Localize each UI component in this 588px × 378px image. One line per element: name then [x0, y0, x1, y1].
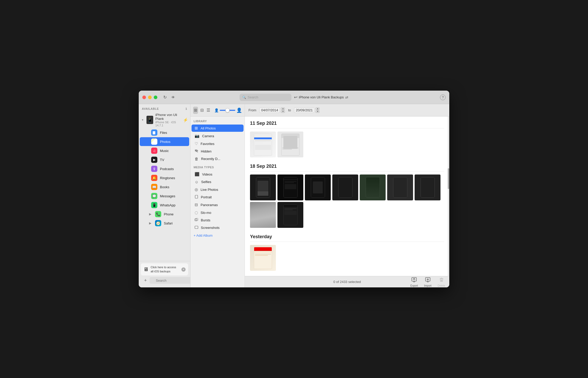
photo-content: 11 Sep 2021: [245, 117, 449, 276]
sidebar-item-music[interactable]: ♫ Music: [140, 146, 189, 155]
date-header-18sep: 18 Sep 2021: [250, 164, 444, 171]
photo-thumb[interactable]: [250, 175, 276, 200]
grid-view-button[interactable]: ⊞: [193, 107, 198, 114]
portrait-icon: [195, 195, 198, 199]
ios-backup-banner[interactable]: 🖥 Click here to access all iOS backups ✕: [141, 263, 188, 275]
minimize-button[interactable]: [148, 96, 152, 99]
arrows-icon: ⇄: [345, 95, 348, 99]
sidebar-item-books[interactable]: 📖 Books: [140, 183, 189, 191]
media-item-screenshots[interactable]: Screenshots: [192, 224, 244, 231]
search-bar[interactable]: 🔍 Search: [240, 94, 291, 101]
sidebar-label-tv: TV: [160, 158, 164, 162]
date-from-stepper[interactable]: ▲ ▼: [281, 107, 285, 113]
panoramas-icon: ⊟: [195, 202, 198, 207]
add-sidebar-button[interactable]: +: [143, 278, 148, 283]
photo-thumb[interactable]: [250, 132, 276, 157]
action-buttons: Export Import Delete: [410, 277, 445, 287]
media-item-portrait[interactable]: Portrait: [192, 194, 244, 201]
media-label-recently-deleted: Recently D...: [201, 157, 220, 161]
media-item-slo-mo[interactable]: ◌ Slo-mo: [192, 209, 244, 216]
media-item-camera[interactable]: 📷 Camera: [192, 132, 244, 140]
size-slider[interactable]: 👤 👤: [214, 107, 242, 113]
sidebar-item-safari[interactable]: ▶ 🧭 Safari: [140, 219, 189, 228]
scrollbar[interactable]: [448, 117, 449, 276]
media-item-bursts[interactable]: Bursts: [192, 217, 244, 224]
date-to-input[interactable]: 20/09/2021 ▲ ▼: [294, 107, 320, 113]
photo-thumb[interactable]: [332, 175, 358, 200]
export-label: Export: [410, 284, 418, 287]
media-item-hidden[interactable]: Hidden: [192, 148, 244, 155]
photo-thumb[interactable]: [277, 132, 303, 157]
phone-chevron: ▶: [149, 212, 151, 216]
date-to-up[interactable]: ▲: [315, 107, 320, 110]
main-content: AVAILABLE 1 ▾ 📱 iPhone von Uli Plank iPh…: [139, 104, 449, 287]
eye-icon[interactable]: 👁: [170, 94, 176, 100]
photo-thumb[interactable]: [277, 202, 303, 228]
photo-grid-11sep: [250, 132, 444, 157]
date-from-input[interactable]: 04/07/2014 ▲ ▼: [259, 107, 285, 113]
sidebar-bottom: 🖥 Click here to access all iOS backups ✕…: [139, 261, 190, 287]
photo-thumb[interactable]: [250, 202, 276, 228]
sidebar-item-phone[interactable]: ▶ 📞 Phone: [140, 210, 189, 219]
media-item-recently-deleted[interactable]: 🗑 Recently D...: [192, 155, 244, 162]
sidebar-item-photos[interactable]: ✿ Photos: [140, 137, 189, 146]
media-item-videos[interactable]: ⬛ Videos: [192, 171, 244, 178]
media-panel: ⊞ ⊟ ☰ 👤 👤 Library ⊞ All Photos 📷 Camera: [190, 104, 245, 287]
media-item-selfies[interactable]: ☺ Selfies: [192, 178, 244, 185]
media-item-panoramas[interactable]: ⊟ Panoramas: [192, 201, 244, 208]
screenshots-icon: [195, 226, 198, 230]
grid-view-alt-button[interactable]: ⊟: [200, 107, 204, 114]
device-row[interactable]: ▾ 📱 iPhone von Uli Plank iPhone SE · iOS…: [139, 112, 190, 128]
sidebar-item-ringtones[interactable]: 🔔 Ringtones: [140, 173, 189, 182]
date-header-11sep: 11 Sep 2021: [250, 121, 444, 128]
sidebar-search-input[interactable]: [150, 277, 190, 284]
date-to-stepper[interactable]: ▲ ▼: [315, 107, 320, 113]
slo-mo-icon: ◌: [195, 210, 198, 215]
device-chevron: ▾: [142, 118, 143, 122]
photo-thumb[interactable]: [387, 175, 413, 200]
sidebar-label-safari: Safari: [164, 221, 173, 225]
svg-rect-6: [195, 226, 198, 229]
slider-track[interactable]: [220, 110, 235, 111]
slider-thumb[interactable]: [225, 108, 230, 112]
date-from-up[interactable]: ▲: [281, 107, 285, 110]
scrollbar-thumb[interactable]: [448, 168, 449, 189]
add-album-button[interactable]: + Add Album: [194, 234, 241, 237]
from-label: From: [248, 108, 256, 112]
sidebar-item-whatsapp[interactable]: 📱 WhatsApp: [140, 201, 189, 209]
sidebar-item-podcasts[interactable]: 🎙 Podcasts: [140, 164, 189, 173]
main-window: ↻ 👁 🔍 Search ↩ iPhone von Uli Plank Back…: [139, 91, 449, 287]
device-sub: iPhone SE · iOS 14.7.1: [155, 121, 181, 127]
media-item-favorites[interactable]: ♡ Favorites: [192, 140, 244, 147]
files-icon: [151, 129, 157, 136]
sidebar-item-files[interactable]: Files: [140, 128, 189, 137]
photo-thumb[interactable]: [415, 175, 440, 200]
media-item-all-photos[interactable]: ⊞ All Photos: [192, 125, 244, 132]
photo-thumb[interactable]: [305, 175, 331, 200]
sidebar-item-messages[interactable]: 💬 Messages: [140, 192, 189, 200]
help-button[interactable]: ?: [440, 94, 446, 100]
sidebar: AVAILABLE 1 ▾ 📱 iPhone von Uli Plank iPh…: [139, 104, 190, 287]
delete-button[interactable]: Delete: [438, 277, 445, 287]
maximize-button[interactable]: [154, 96, 157, 99]
banner-close-button[interactable]: ✕: [181, 267, 186, 272]
back-arrow-icon[interactable]: ↩: [294, 95, 297, 100]
import-button[interactable]: Import: [424, 277, 431, 287]
person-small-icon: 👤: [214, 108, 219, 112]
titlebar-center: 🔍 Search ↩ iPhone von Uli Plank Backups …: [240, 94, 348, 101]
import-label: Import: [424, 284, 431, 287]
list-view-button[interactable]: ☰: [206, 107, 211, 114]
date-to-down[interactable]: ▼: [315, 110, 320, 113]
date-from-down[interactable]: ▼: [281, 110, 285, 113]
close-button[interactable]: [142, 96, 146, 99]
media-item-live-photos[interactable]: ◎ Live Photos: [192, 186, 244, 193]
import-icon: [425, 277, 431, 284]
photo-thumb[interactable]: [250, 245, 276, 271]
export-button[interactable]: Export: [410, 277, 418, 287]
sidebar-item-tv[interactable]: ▶ TV: [140, 155, 189, 164]
device-icon: 📱: [146, 116, 153, 124]
photo-thumb[interactable]: [360, 175, 386, 200]
refresh-icon[interactable]: ↻: [162, 94, 168, 100]
books-icon: 📖: [151, 184, 157, 190]
photo-thumb[interactable]: [277, 175, 303, 200]
